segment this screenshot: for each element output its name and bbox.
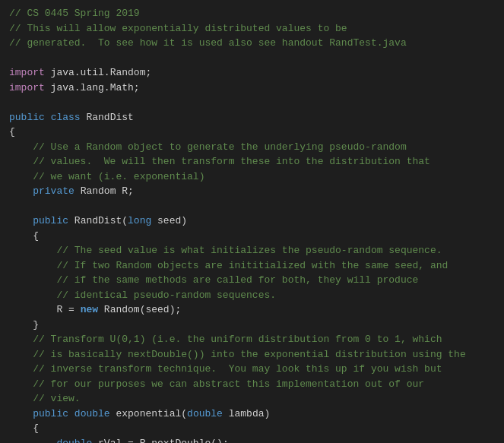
comment-text: // Use a Random object to generate the u… bbox=[9, 141, 407, 153]
keyword-double: double bbox=[74, 408, 110, 419]
code-line-24: // is basically nextDouble()) into the e… bbox=[9, 347, 495, 362]
code-line-21: R = new Random(seed); bbox=[9, 302, 495, 318]
keyword-double2: double bbox=[187, 408, 223, 419]
code-line-7 bbox=[9, 95, 495, 110]
comment-text: // view. bbox=[9, 393, 81, 404]
code-line-30: double rVal = R.nextDouble(); bbox=[9, 436, 495, 444]
keyword-private: private bbox=[33, 185, 74, 197]
code-line-14 bbox=[9, 199, 495, 214]
code-line-27: // view. bbox=[9, 391, 495, 407]
code-line-12: // we want (i.e. exponential) bbox=[9, 169, 495, 185]
code-line-19: // if the same methods are called for bo… bbox=[9, 273, 495, 288]
code-line-22: } bbox=[9, 318, 495, 333]
code-line-11: // values. We will then transform these … bbox=[9, 154, 495, 169]
comment-text: // identical pseudo-random sequences. bbox=[9, 290, 276, 301]
code-line-17: // The seed value is what initializes th… bbox=[9, 243, 495, 258]
comment-text: // CS 0445 Spring 2019 bbox=[9, 8, 140, 19]
keyword-public: public bbox=[33, 215, 68, 226]
comment-text: // inverse transform technique. You may … bbox=[9, 363, 442, 375]
code-line-3: // generated. To see how it is used also… bbox=[9, 36, 495, 51]
comment-text: // for our purposes we can abstract this… bbox=[9, 378, 424, 390]
keyword-import: import bbox=[9, 82, 45, 93]
code-line-16: { bbox=[9, 229, 495, 244]
code-line-15: public RandDist(long seed) bbox=[9, 214, 495, 229]
code-editor: // CS 0445 Spring 2019 // This will allo… bbox=[0, 0, 504, 443]
code-line-8: public class RandDist bbox=[9, 110, 495, 125]
comment-text: // values. We will then transform these … bbox=[9, 156, 430, 167]
keyword-public: public bbox=[33, 408, 68, 419]
keyword-class: class bbox=[51, 112, 81, 123]
code-line-28: public double exponential(double lambda) bbox=[9, 407, 495, 422]
code-line-4 bbox=[9, 51, 495, 66]
comment-text: // Transform U(0,1) (i.e. the uniform di… bbox=[9, 334, 442, 345]
comment-text: // we want (i.e. exponential) bbox=[9, 171, 204, 182]
code-line-26: // for our purposes we can abstract this… bbox=[9, 377, 495, 392]
keyword-new: new bbox=[81, 304, 98, 315]
comment-text: // The seed value is what initializes th… bbox=[9, 245, 442, 256]
code-line-18: // If two Random objects are inititializ… bbox=[9, 258, 495, 274]
comment-text: // is basically nextDouble()) into the e… bbox=[9, 349, 466, 360]
keyword-long: long bbox=[128, 215, 151, 226]
code-line-5: import java.util.Random; bbox=[9, 65, 495, 81]
code-line-1: // CS 0445 Spring 2019 bbox=[9, 6, 495, 21]
code-line-9: { bbox=[9, 125, 495, 140]
code-line-20: // identical pseudo-random sequences. bbox=[9, 288, 495, 303]
keyword-import: import bbox=[9, 67, 45, 78]
code-line-6: import java.lang.Math; bbox=[9, 81, 495, 96]
code-line-25: // inverse transform technique. You may … bbox=[9, 362, 495, 377]
comment-text: // This will allow exponentially distrib… bbox=[9, 23, 347, 34]
code-line-13: private Random R; bbox=[9, 184, 495, 199]
code-line-29: { bbox=[9, 421, 495, 436]
code-line-10: // Use a Random object to generate the u… bbox=[9, 140, 495, 155]
code-line-23: // Transform U(0,1) (i.e. the uniform di… bbox=[9, 332, 495, 347]
keyword-double3: double bbox=[56, 438, 92, 444]
comment-text: // If two Random objects are inititializ… bbox=[9, 260, 448, 271]
comment-text: // if the same methods are called for bo… bbox=[9, 274, 418, 286]
keyword-public: public bbox=[9, 112, 45, 123]
comment-text: // generated. To see how it is used also… bbox=[9, 37, 407, 49]
code-line-2: // This will allow exponentially distrib… bbox=[9, 21, 495, 36]
